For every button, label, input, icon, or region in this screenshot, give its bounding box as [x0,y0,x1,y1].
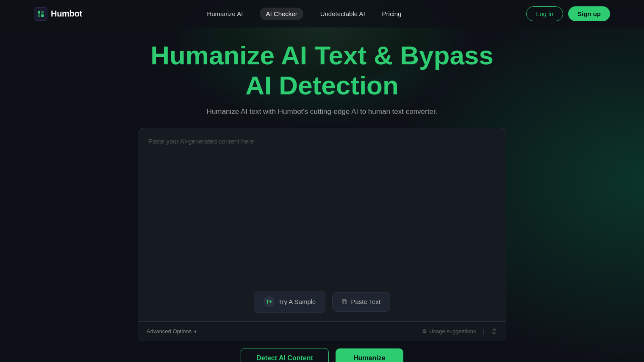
try-sample-button[interactable]: T+ Try A Sample [254,291,326,313]
hero-subtitle: Humanize AI text with Humbot's cutting-e… [207,108,438,116]
editor-card: T+ Try A Sample ⧉ Paste Text Advanced Op… [138,128,506,341]
hero-title: Humanize AI Text & Bypass AI Detection [148,40,496,101]
paste-icon: ⧉ [342,298,347,306]
nav-actions: Log in Sign up [526,6,610,21]
paste-text-button[interactable]: ⧉ Paste Text [332,292,390,312]
nav-undetectable-ai[interactable]: Undetectable AI [320,10,365,17]
svg-rect-3 [41,14,44,17]
logo-icon [34,7,47,21]
svg-rect-1 [41,11,44,14]
nav-links: Humanize AI AI Checker Undetectable AI P… [207,8,401,20]
content-input[interactable] [138,128,506,285]
sample-icon: T+ [264,296,275,307]
advanced-options-toggle[interactable]: Advanced Options [147,328,197,334]
signup-button[interactable]: Sign up [568,6,610,21]
nav-pricing[interactable]: Pricing [382,10,402,17]
chevron-down-icon [194,328,197,334]
footer-right-actions: ⚙ Usage suggestions | ⏱ [422,328,497,335]
login-button[interactable]: Log in [526,6,563,21]
svg-rect-2 [38,14,40,17]
humanize-button[interactable]: Humanize [336,348,403,362]
footer-divider: | [483,328,484,334]
detect-ai-button[interactable]: Detect AI Content [241,348,329,362]
nav-ai-checker[interactable]: AI Checker [260,8,303,20]
navbar: Humbot Humanize AI AI Checker Undetectab… [0,0,644,28]
history-icon[interactable]: ⏱ [491,328,497,335]
svg-rect-0 [38,11,40,14]
editor-buttons: T+ Try A Sample ⧉ Paste Text [138,287,506,321]
lightbulb-icon: ⚙ [422,328,427,334]
editor-footer: Advanced Options ⚙ Usage suggestions | ⏱ [138,321,506,341]
nav-humanize-ai[interactable]: Humanize AI [207,10,243,17]
bottom-buttons: Detect AI Content Humanize [241,348,403,362]
logo-text: Humbot [51,9,82,19]
main-content: Humanize AI Text & Bypass AI Detection H… [0,28,644,362]
usage-suggestions[interactable]: ⚙ Usage suggestions [422,328,476,334]
logo[interactable]: Humbot [34,7,82,21]
